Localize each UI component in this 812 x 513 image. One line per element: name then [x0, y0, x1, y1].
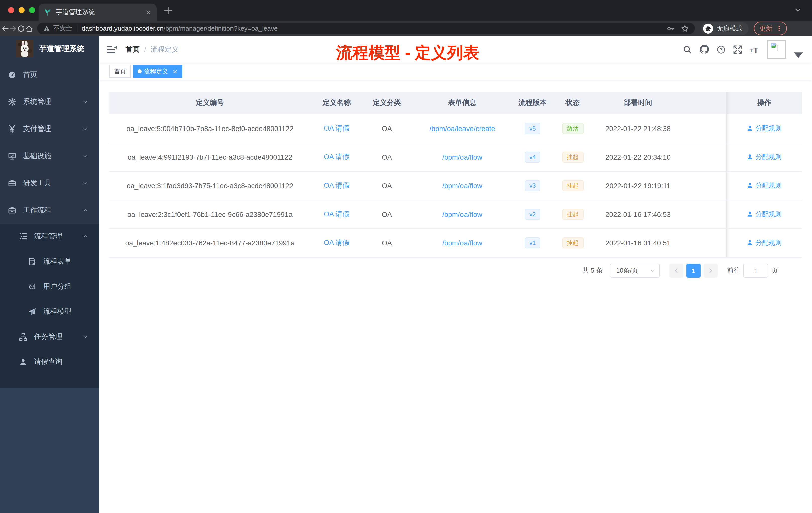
password-key-icon[interactable]: [667, 24, 675, 32]
minimize-window-button[interactable]: [19, 7, 25, 13]
back-icon[interactable]: [1, 24, 9, 32]
address-bar[interactable]: 不安全 dashboard.yudao.iocoder.cn/bpm/manag…: [37, 23, 695, 34]
sidebar-item-流程管理[interactable]: 流程管理: [0, 224, 99, 249]
sidebar-item-用户分组[interactable]: 用户分组: [0, 274, 99, 299]
cell-filler: [682, 114, 726, 143]
goto-page-input[interactable]: [743, 264, 768, 278]
definition-table: 定义编号定义名称定义分类表单信息流程版本状态部署时间操作oa_leave:5:0…: [110, 92, 802, 258]
col-header-流程版本: 流程版本: [514, 92, 551, 114]
forward-icon[interactable]: [9, 24, 17, 32]
form-info-link[interactable]: /bpm/oa/flow: [442, 210, 482, 218]
top-navbar: 首页 / 流程定义 流程模型 - 定义列表 ? TT: [99, 36, 812, 63]
definition-name-link[interactable]: OA 请假: [324, 210, 350, 218]
security-label: 不安全: [53, 24, 72, 33]
sidebar-item-基础设施[interactable]: 基础设施: [0, 143, 99, 170]
sidebar-logo[interactable]: 芋道管理系统: [0, 36, 99, 61]
cell-deploy-time: 2022-01-22 19:19:11: [594, 172, 682, 200]
zoom-window-button[interactable]: [29, 7, 35, 13]
toolbox-icon: [8, 179, 16, 187]
sidebar-item-流程表单[interactable]: 流程表单: [0, 249, 99, 274]
form-info-link[interactable]: /bpm/oa/flow: [442, 239, 482, 247]
sidebar-item-label: 首页: [23, 70, 37, 79]
cell-definition-category: OA: [363, 143, 411, 172]
sidebar-item-任务管理[interactable]: 任务管理: [0, 324, 99, 350]
page-size-select[interactable]: 10条/页: [610, 264, 660, 278]
assign-rule-link[interactable]: 分配规则: [747, 124, 782, 133]
help-icon[interactable]: ?: [717, 45, 726, 54]
definition-name-link[interactable]: OA 请假: [324, 124, 350, 132]
page-1-button[interactable]: 1: [687, 264, 700, 278]
user-avatar[interactable]: [767, 40, 786, 59]
chrome-update-button[interactable]: 更新: [754, 22, 787, 35]
browser-tab[interactable]: 芋道管理系统: [39, 3, 157, 21]
tab-close-icon[interactable]: [145, 9, 152, 15]
reload-icon[interactable]: [17, 24, 25, 32]
logo-rabbit-avatar: [16, 40, 33, 57]
sidebar-item-研发工具[interactable]: 研发工具: [0, 170, 99, 197]
user-icon: [19, 358, 27, 366]
bookmark-star-icon[interactable]: [681, 24, 689, 32]
prev-page-button[interactable]: [669, 264, 684, 278]
assign-rule-label: 分配规则: [755, 238, 782, 247]
sidebar-item-流程模型[interactable]: 流程模型: [0, 299, 99, 324]
svg-text:?: ?: [720, 47, 723, 52]
macos-traffic-lights: [8, 7, 35, 13]
col-header-定义编号: 定义编号: [110, 92, 310, 114]
github-icon[interactable]: [699, 45, 709, 54]
assign-rule-link[interactable]: 分配规则: [747, 238, 782, 247]
home-icon[interactable]: [25, 24, 33, 32]
table-header-row: 定义编号定义名称定义分类表单信息流程版本状态部署时间操作: [110, 92, 802, 114]
prev-chevron-icon: [673, 268, 679, 274]
user-icon: [747, 125, 754, 132]
not-secure-warning-icon[interactable]: [43, 25, 50, 32]
definition-name-link[interactable]: OA 请假: [324, 153, 350, 161]
fullscreen-icon[interactable]: [733, 45, 742, 54]
version-tag: v3: [525, 180, 540, 191]
browser-tab-strip: 芋道管理系统: [0, 0, 812, 21]
robot-icon: [28, 282, 36, 291]
font-size-icon[interactable]: TT: [750, 46, 760, 54]
next-page-button[interactable]: [703, 264, 718, 278]
sidebar-item-label: 工作流程: [23, 206, 51, 215]
sidebar-item-首页[interactable]: 首页: [0, 61, 99, 88]
sidebar-item-支付管理[interactable]: 支付管理: [0, 116, 99, 143]
close-window-button[interactable]: [8, 7, 14, 13]
sidebar-item-label: 基础设施: [23, 152, 51, 161]
breadcrumb-current: 流程定义: [151, 45, 179, 54]
new-tab-button[interactable]: [164, 6, 173, 15]
tag-首页[interactable]: 首页: [110, 65, 130, 78]
form-info-link[interactable]: /bpm/oa/flow: [442, 153, 482, 161]
version-tag: v1: [525, 237, 540, 248]
sidebar-item-系统管理[interactable]: 系统管理: [0, 88, 99, 116]
definition-name-link[interactable]: OA 请假: [324, 181, 350, 189]
breadcrumb: 首页 / 流程定义: [125, 45, 179, 54]
cell-definition-category: OA: [363, 172, 411, 200]
url-divider: [77, 25, 77, 32]
tag-label: 首页: [114, 67, 126, 76]
sidebar-item-请假查询[interactable]: 请假查询: [0, 350, 99, 374]
breadcrumb-home[interactable]: 首页: [125, 45, 140, 54]
tag-流程定义[interactable]: 流程定义: [133, 65, 182, 78]
avatar-caret-down-icon[interactable]: [794, 51, 803, 59]
pagination: 共 5 条 10条/页 1 前往 页: [110, 264, 802, 278]
cell-filler: [682, 200, 726, 229]
assign-rule-link[interactable]: 分配规则: [747, 153, 782, 162]
col-header-表单信息: 表单信息: [411, 92, 514, 114]
tag-close-icon[interactable]: [172, 68, 178, 74]
version-tag: v4: [525, 152, 540, 163]
sidebar-item-工作流程[interactable]: 工作流程: [0, 197, 99, 224]
assign-rule-link[interactable]: 分配规则: [747, 210, 782, 219]
cell-definition-category: OA: [363, 114, 411, 143]
cell-deploy-time: 2022-01-22 21:48:38: [594, 114, 682, 143]
definition-name-link[interactable]: OA 请假: [324, 238, 350, 246]
assign-rule-link[interactable]: 分配规则: [747, 181, 782, 190]
tab-search-chevron-icon[interactable]: [794, 6, 802, 13]
search-icon[interactable]: [683, 45, 692, 54]
form-info-link[interactable]: /bpm/oa/flow: [442, 182, 482, 190]
cell-filler: [682, 172, 726, 200]
sidebar-collapse-hamburger-icon[interactable]: [107, 45, 117, 54]
browser-menu-dots-icon[interactable]: [776, 25, 782, 32]
status-tag: 挂起: [562, 209, 583, 220]
form-info-link[interactable]: /bpm/oa/leave/create: [429, 124, 495, 132]
incognito-badge: 无痕模式: [701, 22, 749, 35]
